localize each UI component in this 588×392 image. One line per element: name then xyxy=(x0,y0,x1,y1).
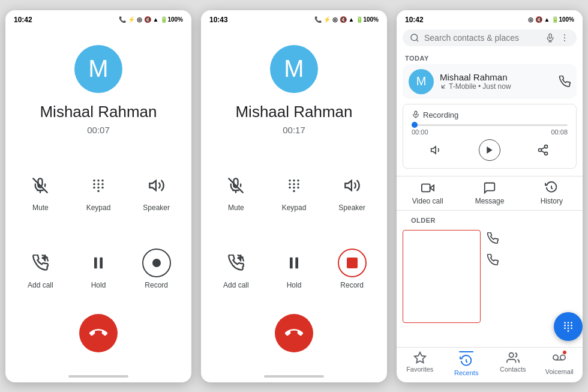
video-call-label: Video call xyxy=(412,197,443,205)
nav-favorites[interactable]: Favorites xyxy=(397,351,443,376)
add-call-btn-1[interactable]: Add call xyxy=(11,231,70,308)
keypad-icon-1 xyxy=(84,171,113,200)
svg-point-11 xyxy=(97,190,100,193)
svg-point-9 xyxy=(97,187,100,189)
time-labels: 00:00 00:08 xyxy=(412,128,568,136)
mic-icon[interactable] xyxy=(545,33,555,43)
keypad-label-1: Keypad xyxy=(86,204,111,212)
location-icon: ◎ xyxy=(137,16,142,23)
hold-btn-1[interactable]: Hold xyxy=(70,231,128,308)
svg-point-22 xyxy=(289,183,291,185)
recent-avatar: M xyxy=(409,69,434,94)
today-label: TODAY xyxy=(397,51,583,64)
speaker-btn-2[interactable]: Speaker xyxy=(323,153,381,231)
svg-point-24 xyxy=(297,183,299,185)
action-row: Video call Message History xyxy=(397,176,583,211)
status-bar-1: 10:42 📞 ⚡ ◎ 🔇 ▲ 🔋100% xyxy=(5,10,191,27)
svg-point-4 xyxy=(101,179,104,182)
svg-point-47 xyxy=(545,145,548,148)
time-3: 10:42 xyxy=(405,16,424,24)
svg-line-50 xyxy=(541,151,545,152)
end-call-btn-2[interactable] xyxy=(275,314,313,352)
svg-point-5 xyxy=(93,183,95,185)
mute-btn-1[interactable]: Mute xyxy=(11,153,70,231)
record-btn-1[interactable]: Record xyxy=(127,231,185,308)
svg-marker-29 xyxy=(345,181,352,190)
add-call-icon-2 xyxy=(221,249,250,277)
svg-point-27 xyxy=(297,187,299,189)
recent-sub: T-Mobile • Just now xyxy=(440,82,553,91)
more-icon[interactable] xyxy=(560,33,569,43)
phone-screen-1: 10:42 📞 ⚡ ◎ 🔇 ▲ 🔋100% M Mishaal Rahman 0… xyxy=(5,10,191,382)
message-btn[interactable]: Message xyxy=(458,181,520,205)
search-bar[interactable] xyxy=(403,29,577,46)
share-icon[interactable] xyxy=(537,144,549,156)
message-icon xyxy=(483,181,496,194)
call-controls-1: Mute Keypad xyxy=(5,135,191,308)
phone-screen-2: 10:43 📞 ⚡ ◎ 🔇 ▲ 🔋100% M Mishaal Rahman 0… xyxy=(201,10,387,382)
mute-btn-2[interactable]: Mute xyxy=(207,153,265,231)
history-icon xyxy=(545,181,558,194)
time-2: 10:43 xyxy=(209,16,228,24)
mute-label-2: Mute xyxy=(228,204,244,212)
hold-icon-2 xyxy=(280,249,308,277)
duration-2: 00:17 xyxy=(283,125,305,135)
play-button[interactable] xyxy=(479,139,500,161)
voicemail-badge-container xyxy=(553,351,566,367)
avatar-2: M xyxy=(270,45,318,93)
add-call-btn-2[interactable]: Add call xyxy=(207,231,265,308)
mute-status-icon: 🔇 xyxy=(144,16,151,23)
svg-point-20 xyxy=(293,179,295,182)
svg-point-3 xyxy=(97,179,100,182)
older-call-placeholder xyxy=(403,230,481,323)
svg-point-2 xyxy=(93,179,95,182)
svg-point-57 xyxy=(564,324,566,326)
signal-icon: ⚡ xyxy=(128,16,135,23)
call-icon-recent[interactable] xyxy=(559,76,571,88)
end-call-btn-1[interactable] xyxy=(79,314,118,352)
search-input[interactable] xyxy=(424,33,541,43)
svg-rect-33 xyxy=(295,258,298,269)
recent-call-entry[interactable]: M Mishaal Rahman T-Mobile • Just now xyxy=(403,64,577,99)
recording-title: Recording xyxy=(412,110,568,119)
status-icons-3: ◎ 🔇 ▲ 🔋100% xyxy=(528,16,574,23)
fab-dialpad-btn[interactable] xyxy=(554,312,583,341)
add-call-icon-1 xyxy=(26,249,55,277)
svg-rect-32 xyxy=(290,258,293,269)
nav-voicemail[interactable]: Voicemail xyxy=(536,351,583,376)
speaker-label-1: Speaker xyxy=(143,204,170,212)
recents-icon xyxy=(460,355,473,368)
progress-bar[interactable] xyxy=(412,124,568,126)
older-call-icon-1[interactable] xyxy=(487,232,499,244)
svg-point-59 xyxy=(571,324,572,326)
status-icons-1: 📞 ⚡ ◎ 🔇 ▲ 🔋100% xyxy=(119,16,183,23)
svg-point-8 xyxy=(93,187,95,189)
svg-point-40 xyxy=(564,37,565,38)
status-bar-2: 10:43 📞 ⚡ ◎ 🔇 ▲ 🔋100% xyxy=(201,10,387,27)
svg-marker-64 xyxy=(415,352,425,362)
keypad-btn-2[interactable]: Keypad xyxy=(265,153,323,231)
keypad-btn-1[interactable]: Keypad xyxy=(70,153,128,231)
end-call-area-2 xyxy=(201,308,387,370)
older-label: OLDER xyxy=(403,213,577,226)
svg-point-58 xyxy=(568,324,569,326)
home-indicator-1 xyxy=(5,370,191,382)
older-call-icon-2[interactable] xyxy=(487,254,499,266)
svg-marker-52 xyxy=(430,185,433,190)
svg-point-39 xyxy=(564,34,565,35)
hold-btn-2[interactable]: Hold xyxy=(265,231,323,308)
add-call-label-2: Add call xyxy=(223,281,249,289)
nav-contacts[interactable]: Contacts xyxy=(490,351,536,376)
record-btn-2[interactable]: Record xyxy=(323,231,381,308)
volume-icon[interactable] xyxy=(430,144,442,156)
nav-favorites-label: Favorites xyxy=(406,366,433,373)
nav-recents[interactable]: Recents xyxy=(443,351,490,376)
older-area: OLDER xyxy=(397,213,583,347)
history-btn[interactable]: History xyxy=(521,181,583,205)
voicemail-badge-dot xyxy=(562,350,567,355)
video-call-btn[interactable]: Video call xyxy=(397,181,458,205)
status-icons-2: 📞 ⚡ ◎ 🔇 ▲ 🔋100% xyxy=(314,16,379,23)
status-bar-3: 10:42 ◎ 🔇 ▲ 🔋100% xyxy=(397,10,583,27)
speaker-btn-1[interactable]: Speaker xyxy=(127,153,185,231)
signal-icon-2: ⚡ xyxy=(323,16,331,23)
